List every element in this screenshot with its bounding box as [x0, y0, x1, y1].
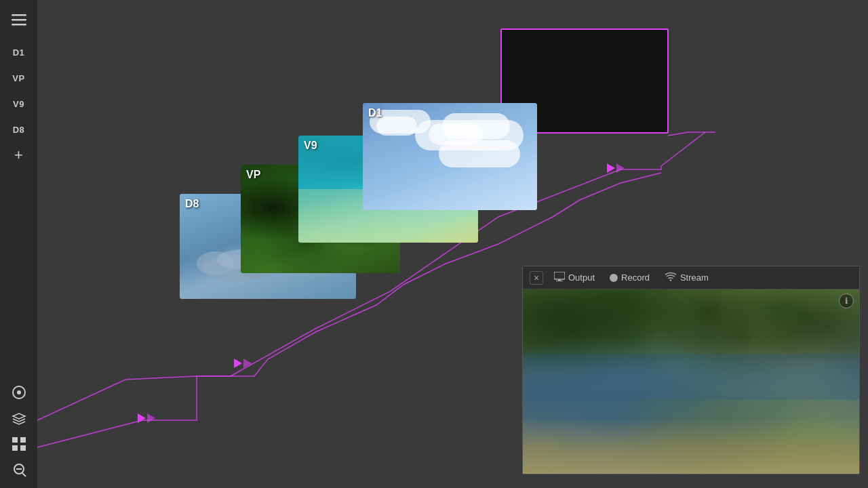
sidebar-item-d1[interactable]: D1: [5, 41, 33, 64]
sidebar-item-vp[interactable]: VP: [5, 66, 33, 89]
monitor-tab-output[interactable]: Output: [550, 270, 599, 285]
svg-marker-13: [147, 413, 155, 423]
svg-rect-0: [12, 14, 26, 16]
sidebar: D1 VP V9 D8 +: [0, 0, 37, 488]
monitor-tab-stream[interactable]: Stream: [660, 270, 713, 285]
svg-rect-1: [12, 19, 26, 21]
svg-rect-6: [20, 437, 26, 443]
monitor-record-label: Record: [621, 272, 650, 283]
monitor-record-icon: [610, 274, 618, 282]
svg-rect-20: [556, 281, 563, 281]
monitor-close-button[interactable]: ×: [530, 271, 543, 285]
zoom-out-icon[interactable]: [5, 458, 33, 481]
monitor-stream-icon: [665, 272, 677, 283]
sidebar-item-v9[interactable]: V9: [5, 92, 33, 115]
scene-card-d1[interactable]: D1: [363, 103, 537, 210]
svg-point-4: [17, 390, 21, 394]
target-icon[interactable]: [5, 381, 33, 404]
monitor-stream-label: Stream: [680, 272, 709, 283]
svg-marker-15: [243, 359, 252, 368]
monitor-content: ℹ: [523, 289, 859, 474]
sidebar-bottom-icons: [5, 381, 33, 488]
svg-rect-19: [558, 279, 561, 281]
monitor-panel: × Output Record: [522, 266, 860, 474]
svg-rect-7: [12, 445, 18, 451]
monitor-preview-image: [523, 289, 859, 474]
monitor-tab-record[interactable]: Record: [606, 271, 654, 284]
layers-icon[interactable]: [5, 407, 33, 430]
svg-rect-8: [20, 445, 26, 451]
monitor-titlebar: × Output Record: [523, 266, 859, 289]
monitor-output-label: Output: [568, 272, 595, 283]
svg-rect-18: [554, 272, 565, 279]
monitor-output-icon: [554, 272, 565, 283]
svg-point-21: [670, 279, 671, 281]
add-scene-button[interactable]: +: [5, 144, 33, 167]
grid-icon[interactable]: [5, 432, 33, 455]
menu-icon[interactable]: [5, 7, 33, 34]
svg-line-11: [22, 473, 26, 476]
svg-marker-16: [607, 163, 615, 173]
svg-rect-5: [12, 437, 18, 443]
svg-marker-17: [616, 163, 625, 173]
svg-rect-2: [12, 24, 26, 26]
sidebar-item-d8[interactable]: D8: [5, 118, 33, 141]
monitor-info-button[interactable]: ℹ: [839, 293, 854, 308]
svg-marker-12: [138, 413, 146, 423]
svg-marker-14: [234, 359, 242, 368]
main-canvas: D8 VP V9 D1 ×: [37, 0, 868, 488]
